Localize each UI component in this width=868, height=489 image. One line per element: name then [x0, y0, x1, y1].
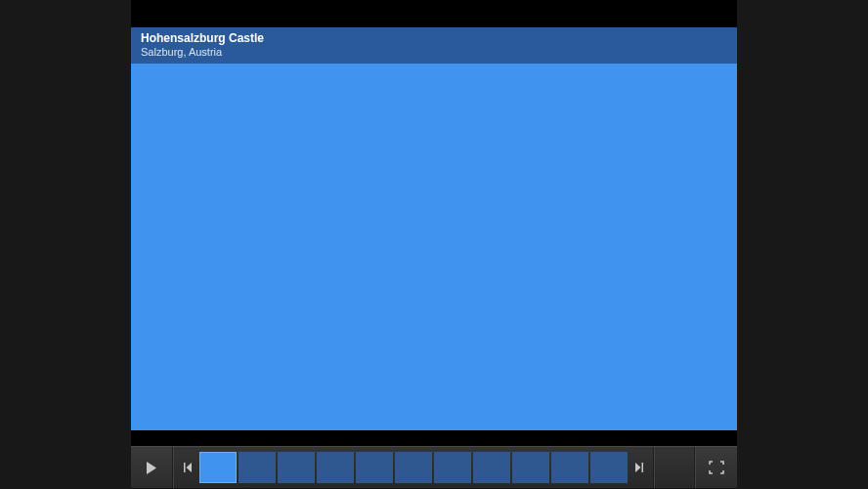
thumbs-next-button[interactable]: [629, 450, 649, 485]
skip-next-icon: [634, 462, 644, 473]
caption-title: Hohensalzburg Castle: [141, 32, 727, 46]
slideshow-stage: Hohensalzburg Castle Salzburg, Austria: [131, 0, 737, 489]
svg-rect-4: [641, 463, 643, 472]
fullscreen-button[interactable]: [695, 447, 737, 488]
caption-bar: Hohensalzburg Castle Salzburg, Austria: [131, 27, 737, 64]
main-slide-image[interactable]: [131, 64, 737, 430]
thumbnail[interactable]: [239, 452, 276, 483]
thumbnail[interactable]: [395, 452, 432, 483]
thumbnail[interactable]: [512, 452, 549, 483]
controls-bar: [131, 446, 737, 489]
letterbox-top: [131, 0, 737, 27]
thumbnail[interactable]: [434, 452, 471, 483]
controls-spacer: [654, 447, 696, 488]
play-icon: [145, 461, 157, 475]
letterbox-bottom: [131, 430, 737, 446]
play-button[interactable]: [131, 447, 173, 488]
svg-marker-2: [186, 463, 192, 472]
caption-subtitle: Salzburg, Austria: [141, 46, 727, 59]
thumbnail[interactable]: [590, 452, 628, 483]
svg-rect-1: [184, 463, 186, 472]
thumbnail[interactable]: [551, 452, 588, 483]
thumbnail[interactable]: [356, 452, 393, 483]
thumbnail[interactable]: [317, 452, 354, 483]
fullscreen-icon: [709, 461, 724, 474]
thumbnail[interactable]: [199, 452, 237, 483]
thumbnail[interactable]: [278, 452, 315, 483]
svg-marker-3: [635, 463, 641, 472]
thumbnails: [197, 452, 629, 483]
thumbnail[interactable]: [473, 452, 510, 483]
thumbs-prev-button[interactable]: [178, 450, 197, 485]
svg-marker-0: [147, 462, 156, 474]
thumbnail-strip: [173, 447, 654, 488]
skip-prev-icon: [183, 462, 193, 473]
